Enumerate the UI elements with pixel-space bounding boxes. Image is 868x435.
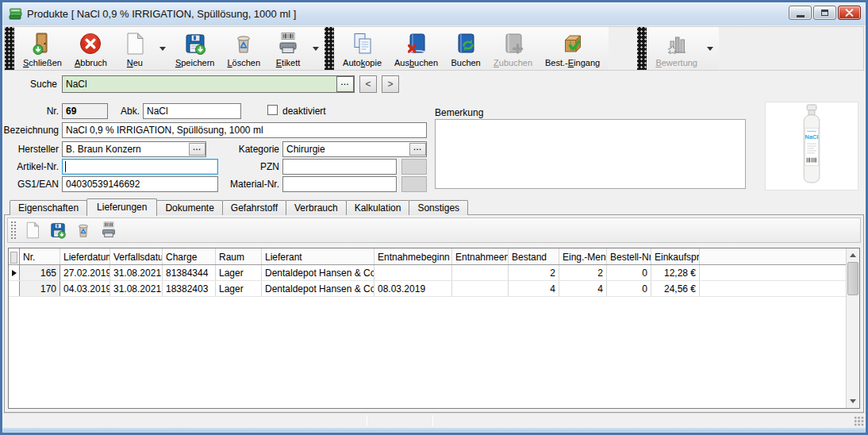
deaktiviert-checkbox[interactable]	[267, 105, 278, 115]
bewertung-dropdown-arrow-icon[interactable]	[707, 47, 713, 51]
buchen-button[interactable]: Buchen	[444, 27, 487, 71]
column-header-raum[interactable]: Raum	[216, 248, 262, 264]
kategorie-browse-button[interactable]: ...	[409, 143, 426, 156]
schliessen-button[interactable]: Schließen	[17, 27, 68, 71]
status-bar	[2, 413, 866, 428]
bottle-image	[787, 103, 836, 189]
label-printer-icon	[99, 221, 118, 240]
toolbar-gripper[interactable]	[5, 27, 14, 70]
material-nr-aux-button[interactable]	[401, 176, 427, 192]
column-header-eing-menge[interactable]: Eing.-Menge	[559, 248, 607, 264]
column-header-lieferdatum[interactable]: Lieferdatum	[60, 248, 110, 264]
previous-record-button[interactable]: <	[359, 75, 377, 93]
table-row[interactable]: 170 04.03.2019 31.08.2021 18382403 Lager…	[9, 281, 846, 297]
scroll-up-button[interactable]	[847, 248, 859, 262]
tab-kalkulation[interactable]: Kalkulation	[346, 200, 410, 215]
speichern-button[interactable]: Speichern	[169, 27, 221, 71]
resize-grip[interactable]	[854, 416, 864, 426]
kategorie-label: Kategorie	[206, 144, 279, 155]
button-label: Löschen	[227, 58, 260, 67]
save-delivery-button[interactable]	[45, 219, 71, 241]
etikett-button[interactable]: Etikett	[267, 27, 309, 71]
cell-eing-menge: 4	[559, 281, 607, 296]
search-input[interactable]	[62, 75, 355, 93]
toolbar-gripper[interactable]	[10, 221, 16, 240]
toolbar-group-rating: Bewertung	[637, 27, 719, 70]
scroll-down-button[interactable]	[847, 395, 859, 408]
tab-verbrauch[interactable]: Verbrauch	[286, 200, 347, 215]
column-header-entnahmeende[interactable]: Entnahmeende	[452, 248, 509, 264]
delete-icon	[231, 31, 256, 56]
nr-label: Nr.	[0, 106, 59, 117]
pzn-field[interactable]	[282, 159, 397, 175]
column-header-charge[interactable]: Charge	[163, 248, 216, 264]
bezeichnung-field[interactable]	[62, 122, 427, 138]
search-row: Suche ... < >	[0, 74, 868, 94]
tab-eigenschaften[interactable]: Eigenschaften	[10, 200, 87, 215]
neu-button[interactable]: Neu	[113, 27, 156, 71]
bemerkung-textarea[interactable]	[435, 119, 746, 189]
pzn-aux-button[interactable]	[401, 159, 427, 175]
gs1-ean-label: GS1/EAN	[0, 179, 59, 190]
new-delivery-button[interactable]	[20, 219, 45, 241]
search-field: ...	[62, 75, 355, 93]
label-printer-icon	[275, 31, 301, 56]
abk-field[interactable]	[143, 103, 241, 119]
vertical-scrollbar[interactable]	[846, 248, 859, 408]
cell-bestand: 4	[509, 281, 559, 296]
title-bar: Produkte [ NaCl 0,9 % IRRIGATION, Spüllö…	[2, 2, 866, 25]
grid-corner-cell[interactable]	[9, 248, 20, 264]
next-record-button[interactable]: >	[382, 75, 399, 93]
scrollbar-thumb[interactable]	[847, 262, 858, 295]
column-header-entnahmebeginn[interactable]: Entnahmebeginn	[374, 248, 452, 264]
tab-dokumente[interactable]: Dokumente	[156, 200, 222, 215]
column-header-lieferant[interactable]: Lieferant	[262, 248, 374, 264]
minimize-button[interactable]	[789, 6, 812, 20]
button-label: Neu	[127, 58, 143, 67]
column-header-einkaufspreis[interactable]: Einkaufspreis	[651, 248, 700, 264]
row-selector	[9, 281, 20, 296]
cell-charge: 81384344	[163, 265, 216, 280]
etikett-dropdown-arrow-icon[interactable]	[313, 47, 319, 51]
statusbar-divider	[367, 415, 367, 426]
loeschen-button[interactable]: Löschen	[221, 27, 267, 71]
table-row[interactable]: 165 27.02.2019 31.08.2021 81384344 Lager…	[9, 265, 846, 281]
window: Produkte [ NaCl 0,9 % IRRIGATION, Spüllö…	[0, 0, 868, 435]
button-label: Speichern	[175, 58, 215, 67]
neu-dropdown-arrow-icon[interactable]	[159, 47, 166, 51]
search-browse-button[interactable]: ...	[336, 76, 354, 92]
tab-gefahrstoff[interactable]: Gefahrstoff	[222, 200, 286, 215]
tab-sonstiges[interactable]: Sonstiges	[409, 200, 468, 215]
artikel-nr-field[interactable]	[62, 159, 218, 175]
window-controls	[789, 6, 861, 20]
abbruch-button[interactable]: Abbruch	[68, 27, 113, 71]
toolbar-gripper[interactable]	[325, 27, 334, 70]
ausbuchen-button[interactable]: Ausbuchen	[388, 27, 444, 71]
column-header-verfallsdatum[interactable]: Verfallsdatum	[110, 248, 163, 264]
hersteller-browse-button[interactable]: ...	[189, 143, 205, 156]
current-row-arrow-icon	[12, 270, 17, 276]
material-nr-field[interactable]	[282, 176, 397, 192]
best-eingang-button[interactable]: Best.-Eingang	[539, 27, 606, 71]
delete-delivery-button[interactable]	[71, 219, 96, 241]
column-header-bestell-nr[interactable]: Bestell-Nr.	[607, 248, 651, 264]
cell-verfallsdatum: 31.08.2021	[110, 281, 163, 296]
button-label: Best.-Eingang	[545, 58, 600, 67]
autokopie-button[interactable]: Autokopie	[336, 27, 388, 71]
cancel-icon	[78, 31, 103, 56]
print-label-button[interactable]	[96, 219, 121, 241]
minimize-icon	[797, 15, 805, 17]
current-row-marker	[9, 265, 20, 280]
restore-button[interactable]	[813, 6, 836, 20]
column-header-nr[interactable]: Nr.	[20, 248, 60, 264]
tab-lieferungen[interactable]: Lieferungen	[86, 198, 157, 216]
toolbar-group-file: Schließen Abbruch Neu Speichern	[14, 27, 325, 70]
lieferungen-panel: Nr. Lieferdatum Verfallsdatum Charge Rau…	[4, 214, 864, 413]
hersteller-field[interactable]	[62, 141, 206, 157]
kategorie-field[interactable]	[282, 141, 427, 157]
close-button[interactable]	[838, 6, 861, 20]
toolbar-gripper[interactable]	[637, 27, 647, 70]
gs1-ean-field[interactable]	[62, 176, 218, 192]
column-header-bestand[interactable]: Bestand	[509, 248, 559, 264]
bezeichnung-label: Bezeichnung	[0, 125, 59, 136]
